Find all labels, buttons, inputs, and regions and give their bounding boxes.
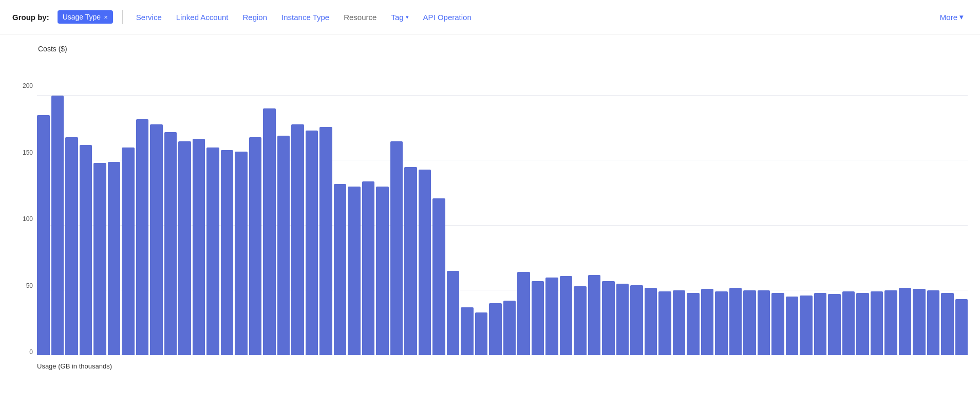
bar[interactable] bbox=[235, 152, 248, 355]
bar[interactable] bbox=[673, 290, 686, 355]
bar[interactable] bbox=[771, 293, 784, 355]
bar[interactable] bbox=[645, 288, 657, 355]
bar[interactable] bbox=[828, 294, 841, 355]
filter-service-label: Service bbox=[136, 13, 162, 22]
bar[interactable] bbox=[517, 272, 530, 355]
y-tick: 150 bbox=[12, 150, 33, 156]
bar[interactable] bbox=[150, 124, 163, 355]
bar[interactable] bbox=[588, 275, 601, 355]
bar[interactable] bbox=[842, 291, 855, 355]
bar[interactable] bbox=[419, 170, 431, 355]
bar[interactable] bbox=[65, 137, 78, 355]
y-axis: 050100150200 bbox=[12, 83, 37, 355]
bar[interactable] bbox=[786, 297, 799, 355]
toolbar-divider bbox=[122, 10, 123, 24]
bar[interactable] bbox=[390, 141, 403, 355]
bars-wrapper bbox=[37, 83, 968, 355]
bar[interactable] bbox=[475, 312, 488, 355]
filter-resource-label: Resource bbox=[344, 13, 376, 22]
filter-tag-button[interactable]: Tag ▾ bbox=[387, 10, 412, 25]
bar[interactable] bbox=[249, 137, 262, 355]
toolbar: Group by: Usage Type × Service Linked Ac… bbox=[0, 0, 980, 34]
bar[interactable] bbox=[93, 163, 106, 355]
bar[interactable] bbox=[306, 131, 318, 355]
y-tick: 100 bbox=[12, 216, 33, 222]
filter-instance-type-button[interactable]: Instance Type bbox=[277, 10, 333, 25]
bar[interactable] bbox=[334, 184, 347, 355]
filter-region-button[interactable]: Region bbox=[239, 10, 272, 25]
bar[interactable] bbox=[856, 293, 869, 355]
bar[interactable] bbox=[263, 108, 276, 355]
bar[interactable] bbox=[37, 115, 50, 355]
bar[interactable] bbox=[136, 119, 149, 355]
bar[interactable] bbox=[616, 284, 629, 355]
bar[interactable] bbox=[319, 127, 332, 355]
bar[interactable] bbox=[814, 293, 827, 355]
filter-tag-label: Tag bbox=[391, 13, 403, 22]
bar[interactable] bbox=[108, 162, 121, 355]
bar[interactable] bbox=[871, 291, 883, 355]
y-tick: 50 bbox=[12, 283, 33, 289]
bar[interactable] bbox=[743, 290, 756, 355]
bar[interactable] bbox=[658, 291, 671, 355]
group-by-label: Group by: bbox=[12, 13, 49, 22]
bar[interactable] bbox=[362, 181, 375, 355]
bar[interactable] bbox=[715, 291, 728, 355]
bar[interactable] bbox=[899, 288, 912, 355]
bar[interactable] bbox=[164, 132, 177, 355]
bar[interactable] bbox=[545, 278, 558, 355]
bar[interactable] bbox=[574, 286, 587, 355]
bar[interactable] bbox=[884, 290, 897, 355]
active-filter-chip[interactable]: Usage Type × bbox=[58, 10, 113, 24]
bar[interactable] bbox=[532, 281, 544, 355]
bar[interactable] bbox=[701, 289, 714, 355]
filter-service-button[interactable]: Service bbox=[132, 10, 166, 25]
filter-api-operation-label: API Operation bbox=[423, 13, 472, 22]
bar[interactable] bbox=[404, 167, 417, 355]
bar[interactable] bbox=[221, 150, 234, 355]
bar[interactable] bbox=[432, 198, 445, 355]
more-label: More bbox=[940, 13, 957, 22]
bar[interactable] bbox=[941, 293, 954, 355]
bars-row bbox=[37, 83, 968, 355]
bar[interactable] bbox=[913, 289, 926, 355]
bar[interactable] bbox=[122, 147, 135, 355]
x-axis-label: Usage (GB in thousands) bbox=[37, 362, 968, 370]
bar[interactable] bbox=[206, 147, 219, 355]
bar[interactable] bbox=[447, 271, 460, 355]
bar[interactable] bbox=[80, 145, 92, 355]
chart-area: Costs ($) 050100150200 Usage (GB in thou… bbox=[0, 34, 980, 375]
y-axis-label: Costs ($) bbox=[38, 45, 968, 53]
bar[interactable] bbox=[348, 187, 361, 355]
bar[interactable] bbox=[51, 96, 64, 355]
bar[interactable] bbox=[489, 303, 502, 355]
filter-instance-type-label: Instance Type bbox=[281, 13, 329, 22]
bar[interactable] bbox=[729, 288, 742, 355]
bar[interactable] bbox=[687, 293, 700, 355]
filter-api-operation-button[interactable]: API Operation bbox=[419, 10, 476, 25]
filter-region-label: Region bbox=[243, 13, 268, 22]
bar[interactable] bbox=[503, 301, 516, 355]
bar[interactable] bbox=[193, 139, 205, 355]
bar[interactable] bbox=[376, 187, 389, 355]
bar[interactable] bbox=[602, 281, 615, 355]
bar[interactable] bbox=[630, 285, 643, 355]
bar[interactable] bbox=[291, 124, 304, 355]
bar[interactable] bbox=[927, 290, 940, 355]
y-tick: 0 bbox=[12, 349, 33, 355]
filter-linked-account-button[interactable]: Linked Account bbox=[172, 10, 233, 25]
bar[interactable] bbox=[758, 290, 770, 355]
filter-resource-button[interactable]: Resource bbox=[340, 10, 381, 25]
bar[interactable] bbox=[461, 307, 474, 355]
bar[interactable] bbox=[955, 299, 968, 355]
filter-linked-account-label: Linked Account bbox=[176, 13, 229, 22]
bar[interactable] bbox=[560, 276, 573, 355]
more-button[interactable]: More ▾ bbox=[936, 9, 968, 25]
active-filter-label: Usage Type bbox=[63, 13, 101, 21]
chart-container: 050100150200 bbox=[12, 57, 968, 355]
remove-filter-icon[interactable]: × bbox=[104, 13, 108, 21]
bar[interactable] bbox=[800, 296, 813, 355]
bar[interactable] bbox=[277, 136, 290, 355]
bar[interactable] bbox=[178, 141, 191, 355]
more-chevron-icon: ▾ bbox=[959, 12, 964, 22]
